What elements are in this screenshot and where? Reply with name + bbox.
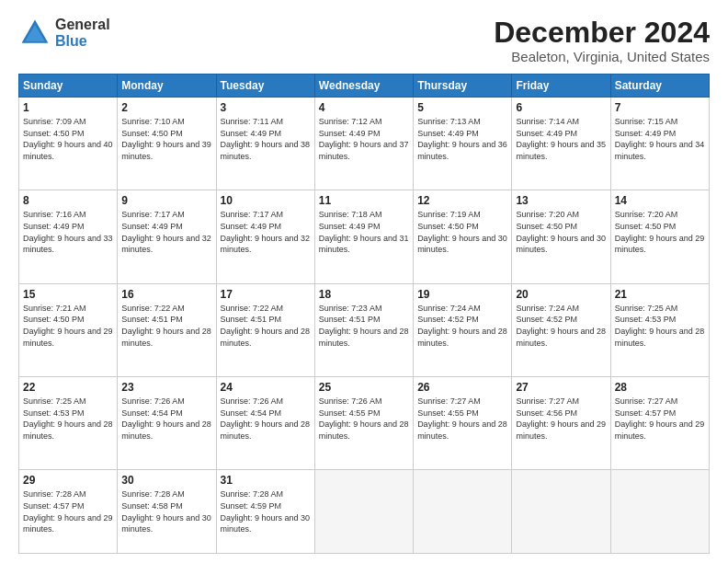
day-number: 27 bbox=[516, 381, 606, 394]
table-cell: 22 Sunrise: 7:25 AMSunset: 4:53 PMDaylig… bbox=[19, 377, 118, 470]
day-number: 31 bbox=[221, 474, 311, 487]
table-cell: 11 Sunrise: 7:18 AMSunset: 4:49 PMDaylig… bbox=[314, 190, 413, 283]
day-number: 4 bbox=[319, 101, 409, 114]
day-info: Sunrise: 7:20 AMSunset: 4:50 PMDaylight:… bbox=[516, 210, 606, 254]
table-cell bbox=[610, 470, 709, 554]
day-info: Sunrise: 7:12 AMSunset: 4:49 PMDaylight:… bbox=[319, 117, 409, 161]
page: General Blue December 2024 Bealeton, Vir… bbox=[0, 0, 728, 563]
day-info: Sunrise: 7:10 AMSunset: 4:50 PMDaylight:… bbox=[121, 117, 211, 161]
table-cell: 4 Sunrise: 7:12 AMSunset: 4:49 PMDayligh… bbox=[314, 98, 413, 190]
table-cell: 31 Sunrise: 7:28 AMSunset: 4:59 PMDaylig… bbox=[216, 470, 314, 554]
day-info: Sunrise: 7:15 AMSunset: 4:49 PMDaylight:… bbox=[615, 117, 705, 161]
table-cell: 24 Sunrise: 7:26 AMSunset: 4:54 PMDaylig… bbox=[216, 377, 314, 470]
table-cell: 5 Sunrise: 7:13 AMSunset: 4:49 PMDayligh… bbox=[414, 98, 512, 190]
day-number: 2 bbox=[121, 101, 211, 114]
day-info: Sunrise: 7:25 AMSunset: 4:53 PMDaylight:… bbox=[615, 304, 705, 348]
col-wednesday: Wednesday bbox=[314, 75, 413, 98]
day-number: 1 bbox=[23, 101, 113, 114]
day-number: 21 bbox=[615, 288, 705, 301]
table-cell: 21 Sunrise: 7:25 AMSunset: 4:53 PMDaylig… bbox=[610, 283, 709, 376]
main-title: December 2024 bbox=[494, 17, 710, 49]
day-number: 13 bbox=[516, 194, 606, 207]
table-cell: 30 Sunrise: 7:28 AMSunset: 4:58 PMDaylig… bbox=[118, 470, 216, 554]
table-cell: 14 Sunrise: 7:20 AMSunset: 4:50 PMDaylig… bbox=[610, 190, 709, 283]
day-info: Sunrise: 7:24 AMSunset: 4:52 PMDaylight:… bbox=[417, 304, 507, 348]
table-cell: 13 Sunrise: 7:20 AMSunset: 4:50 PMDaylig… bbox=[512, 190, 610, 283]
table-cell bbox=[314, 470, 413, 554]
table-cell: 2 Sunrise: 7:10 AMSunset: 4:50 PMDayligh… bbox=[118, 98, 216, 190]
day-info: Sunrise: 7:19 AMSunset: 4:50 PMDaylight:… bbox=[417, 210, 507, 254]
day-info: Sunrise: 7:17 AMSunset: 4:49 PMDaylight:… bbox=[121, 210, 211, 254]
day-number: 28 bbox=[615, 381, 705, 394]
day-info: Sunrise: 7:16 AMSunset: 4:49 PMDaylight:… bbox=[23, 210, 113, 254]
calendar-week-row: 22 Sunrise: 7:25 AMSunset: 4:53 PMDaylig… bbox=[19, 377, 710, 470]
col-saturday: Saturday bbox=[610, 75, 709, 98]
table-cell: 16 Sunrise: 7:22 AMSunset: 4:51 PMDaylig… bbox=[118, 283, 216, 376]
calendar-header-row: Sunday Monday Tuesday Wednesday Thursday… bbox=[19, 75, 710, 98]
calendar-week-row: 8 Sunrise: 7:16 AMSunset: 4:49 PMDayligh… bbox=[19, 190, 710, 283]
calendar-table: Sunday Monday Tuesday Wednesday Thursday… bbox=[18, 74, 710, 554]
day-info: Sunrise: 7:27 AMSunset: 4:56 PMDaylight:… bbox=[516, 396, 606, 441]
col-tuesday: Tuesday bbox=[216, 75, 314, 98]
day-number: 25 bbox=[319, 381, 409, 394]
col-sunday: Sunday bbox=[19, 75, 118, 98]
day-number: 16 bbox=[121, 288, 211, 301]
day-number: 26 bbox=[417, 381, 507, 394]
calendar-week-row: 1 Sunrise: 7:09 AMSunset: 4:50 PMDayligh… bbox=[19, 98, 710, 190]
day-number: 7 bbox=[615, 101, 705, 114]
day-number: 23 bbox=[121, 381, 211, 394]
table-cell: 19 Sunrise: 7:24 AMSunset: 4:52 PMDaylig… bbox=[414, 283, 512, 376]
day-info: Sunrise: 7:09 AMSunset: 4:50 PMDaylight:… bbox=[23, 117, 113, 161]
day-number: 29 bbox=[23, 474, 113, 487]
table-cell: 26 Sunrise: 7:27 AMSunset: 4:55 PMDaylig… bbox=[414, 377, 512, 470]
day-number: 5 bbox=[417, 101, 507, 114]
table-cell: 6 Sunrise: 7:14 AMSunset: 4:49 PMDayligh… bbox=[512, 98, 610, 190]
day-info: Sunrise: 7:11 AMSunset: 4:49 PMDaylight:… bbox=[221, 117, 311, 161]
day-number: 19 bbox=[417, 288, 507, 301]
table-cell: 29 Sunrise: 7:28 AMSunset: 4:57 PMDaylig… bbox=[19, 470, 118, 554]
calendar-week-row: 15 Sunrise: 7:21 AMSunset: 4:50 PMDaylig… bbox=[19, 283, 710, 376]
table-cell bbox=[512, 470, 610, 554]
day-info: Sunrise: 7:26 AMSunset: 4:54 PMDaylight:… bbox=[221, 396, 311, 441]
table-cell: 9 Sunrise: 7:17 AMSunset: 4:49 PMDayligh… bbox=[118, 190, 216, 283]
table-cell: 25 Sunrise: 7:26 AMSunset: 4:55 PMDaylig… bbox=[314, 377, 413, 470]
subtitle: Bealeton, Virginia, United States bbox=[494, 49, 710, 64]
day-number: 9 bbox=[121, 194, 211, 207]
day-info: Sunrise: 7:25 AMSunset: 4:53 PMDaylight:… bbox=[23, 396, 113, 441]
day-info: Sunrise: 7:18 AMSunset: 4:49 PMDaylight:… bbox=[319, 210, 409, 254]
table-cell: 12 Sunrise: 7:19 AMSunset: 4:50 PMDaylig… bbox=[414, 190, 512, 283]
day-info: Sunrise: 7:17 AMSunset: 4:49 PMDaylight:… bbox=[221, 210, 311, 254]
day-number: 22 bbox=[23, 381, 113, 394]
day-info: Sunrise: 7:13 AMSunset: 4:49 PMDaylight:… bbox=[417, 117, 507, 161]
table-cell: 17 Sunrise: 7:22 AMSunset: 4:51 PMDaylig… bbox=[216, 283, 314, 376]
table-cell: 10 Sunrise: 7:17 AMSunset: 4:49 PMDaylig… bbox=[216, 190, 314, 283]
table-cell: 1 Sunrise: 7:09 AMSunset: 4:50 PMDayligh… bbox=[19, 98, 118, 190]
table-cell: 3 Sunrise: 7:11 AMSunset: 4:49 PMDayligh… bbox=[216, 98, 314, 190]
day-info: Sunrise: 7:28 AMSunset: 4:58 PMDaylight:… bbox=[121, 489, 211, 534]
col-friday: Friday bbox=[512, 75, 610, 98]
table-cell: 8 Sunrise: 7:16 AMSunset: 4:49 PMDayligh… bbox=[19, 190, 118, 283]
day-info: Sunrise: 7:27 AMSunset: 4:57 PMDaylight:… bbox=[615, 396, 705, 441]
table-cell: 18 Sunrise: 7:23 AMSunset: 4:51 PMDaylig… bbox=[314, 283, 413, 376]
day-info: Sunrise: 7:28 AMSunset: 4:57 PMDaylight:… bbox=[23, 489, 113, 534]
table-cell: 23 Sunrise: 7:26 AMSunset: 4:54 PMDaylig… bbox=[118, 377, 216, 470]
day-number: 20 bbox=[516, 288, 606, 301]
day-info: Sunrise: 7:21 AMSunset: 4:50 PMDaylight:… bbox=[23, 304, 113, 348]
day-info: Sunrise: 7:26 AMSunset: 4:55 PMDaylight:… bbox=[319, 396, 409, 441]
table-cell: 27 Sunrise: 7:27 AMSunset: 4:56 PMDaylig… bbox=[512, 377, 610, 470]
day-number: 18 bbox=[319, 288, 409, 301]
logo-blue-text: Blue bbox=[55, 33, 110, 50]
table-cell: 28 Sunrise: 7:27 AMSunset: 4:57 PMDaylig… bbox=[610, 377, 709, 470]
table-cell bbox=[414, 470, 512, 554]
day-number: 8 bbox=[23, 194, 113, 207]
day-info: Sunrise: 7:23 AMSunset: 4:51 PMDaylight:… bbox=[319, 304, 409, 348]
day-info: Sunrise: 7:24 AMSunset: 4:52 PMDaylight:… bbox=[516, 304, 606, 348]
day-number: 24 bbox=[221, 381, 311, 394]
day-info: Sunrise: 7:22 AMSunset: 4:51 PMDaylight:… bbox=[121, 304, 211, 348]
day-info: Sunrise: 7:20 AMSunset: 4:50 PMDaylight:… bbox=[615, 210, 705, 254]
logo: General Blue bbox=[18, 17, 110, 50]
table-cell: 20 Sunrise: 7:24 AMSunset: 4:52 PMDaylig… bbox=[512, 283, 610, 376]
day-info: Sunrise: 7:27 AMSunset: 4:55 PMDaylight:… bbox=[417, 396, 507, 441]
title-block: December 2024 Bealeton, Virginia, United… bbox=[494, 17, 710, 64]
day-number: 6 bbox=[516, 101, 606, 114]
